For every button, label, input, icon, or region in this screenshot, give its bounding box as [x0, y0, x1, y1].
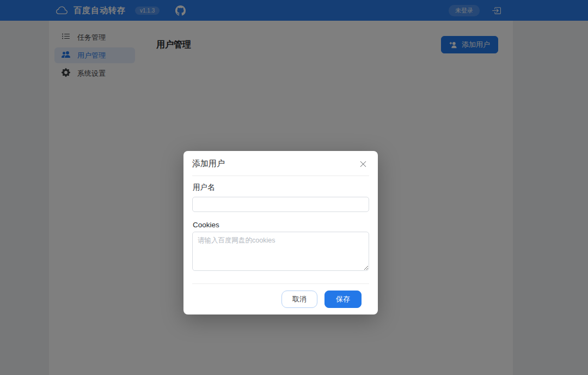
cancel-button[interactable]: 取消	[281, 291, 317, 308]
add-user-modal: 添加用户 用户名 Cookies 取消 保存	[183, 151, 378, 314]
username-input[interactable]	[192, 197, 369, 212]
modal-title: 添加用户	[192, 159, 225, 169]
close-icon[interactable]	[358, 159, 368, 169]
save-button[interactable]: 保存	[324, 291, 362, 308]
cookies-textarea[interactable]	[192, 232, 369, 271]
cookies-label: Cookies	[193, 221, 369, 229]
username-label: 用户名	[193, 183, 369, 192]
